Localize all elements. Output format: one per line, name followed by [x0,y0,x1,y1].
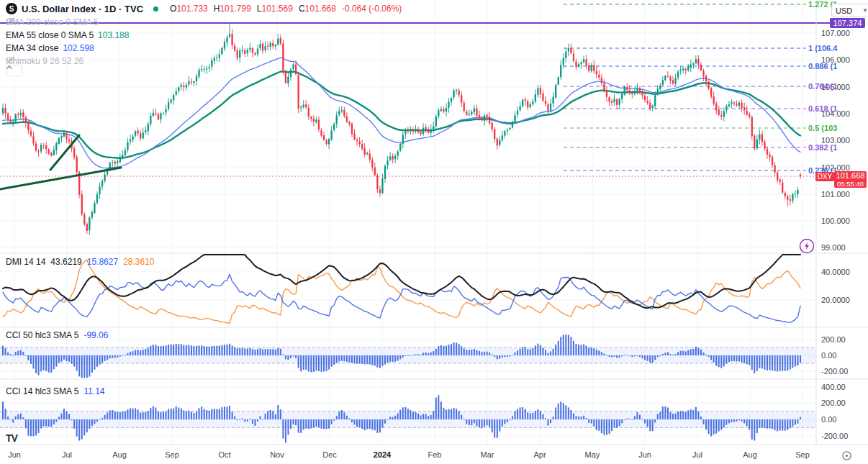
axis-tick-label: 200.00 [821,335,846,344]
axis-tick-label: 101.000 [821,190,850,199]
time-tick-label: Aug [743,450,757,459]
indicator-row-1[interactable]: EMA 200 close 0 SMA 5 [6,17,99,28]
indicator-label: EMA 55 close 0 SMA 5 [6,30,94,40]
symbol-legend[interactable]: S U.S. Dollar Index · 1D · TVC O101.733 … [6,3,402,14]
time-tick-label: Nov [270,450,284,459]
chart-canvas[interactable] [0,0,868,464]
axis-tick-label: 100.000 [821,217,850,225]
cci14-value: 11.14 [83,386,104,396]
symbol-tag-badge: DXY [815,172,834,181]
cci14-title: CCI 14 hlc3 SMA 5 [6,386,78,396]
cci50-value: -99.06 [83,330,108,340]
time-tick-label: Jul [692,450,702,459]
eye-off-icon[interactable] [6,55,16,64]
fib-level-label: 0.618 (1 [808,104,837,113]
indicator-label: EMA 34 close [6,43,58,53]
dmi-adx-value: 43.6219 [50,257,81,267]
chevron-down-icon: ▼ [862,7,868,14]
lightning-icon [799,238,815,254]
axis-tick-label: -200.00 [821,367,848,376]
open-value: 101.733 [176,4,207,14]
low-value: 101.569 [262,4,293,14]
gear-icon [841,450,852,461]
axis-tick-label: 40.0000 [821,268,850,276]
time-tick-label: Apr [533,450,546,459]
indicator-value: 103.188 [98,30,129,40]
fib-level-label: 0.5 (103 [808,124,837,132]
dmi-plusdi-value: 15.8627 [87,257,118,267]
fib-level-label: 0.886 (1 [808,62,837,70]
symbol-logo-icon: S [6,3,17,14]
trading-chart-window: S U.S. Dollar Index · 1D · TVC O101.733 … [0,0,868,464]
close-value: 101.668 [305,4,336,14]
time-tick-label: May [585,450,600,459]
time-tick-label: Feb [428,450,442,459]
countdown-timer: 05:55:40 [837,180,864,188]
grid [0,0,816,445]
level-price-badge: 107.374 [830,18,865,28]
eye-off-icon[interactable] [6,17,16,25]
time-tick-label: Mar [481,450,494,459]
last-price-value: 101.668 [836,172,865,180]
high-value: 101.799 [220,4,250,14]
axis-tick-label: 200.00 [821,399,846,407]
cci50-title: CCI 50 hlc3 SMA 5 [6,330,78,340]
time-tick-label: Jul [62,450,72,459]
indicator-row-3[interactable]: EMA 34 close102.598 [6,42,94,54]
axis-tick-label: 20.0000 [821,296,850,304]
cci14-legend[interactable]: CCI 14 hlc3 SMA 5 11.14 [6,386,105,396]
time-tick-label: Jun [8,450,21,459]
fib-level-label: 1 (106.4 [808,44,837,53]
axis-tick-label: 400.00 [821,383,846,391]
pane-separators[interactable] [0,0,868,445]
dmi-minusdi-value: 28.3610 [123,257,154,267]
legend-collapse-button[interactable] [6,65,22,76]
change-value: -0.064 (-0.06%) [342,4,402,14]
currency-selector[interactable]: USD ▼ [831,4,868,17]
dmi-legend[interactable]: DMI 14 14 43.6219 15.8627 28.3610 [6,257,155,267]
axis-tick-label: 0.00 [821,415,836,424]
time-tick-label: Sep [165,450,179,459]
chevron-up-icon [6,65,12,69]
fib-level-label: 0.764 (1 [808,82,837,91]
last-price-badge: 101.668 05:55:40 [834,171,867,188]
dmi-title: DMI 14 14 [6,257,45,267]
time-tick-label: Sep [795,450,810,459]
ema55-line [3,72,800,158]
cci50-legend[interactable]: CCI 50 hlc3 SMA 5 -99.06 [6,330,108,340]
axis-tick-label: 99.000 [821,243,846,252]
time-tick-label: Aug [112,450,127,459]
axis-tick-label: 107.000 [821,29,850,37]
time-tick-label: 2024 [374,450,391,459]
time-tick-label: Dec [322,450,337,459]
indicator-value: 102.598 [63,43,94,53]
axis-tick-label: 0.00 [821,351,836,360]
axis-tick-label: -200.00 [821,432,848,440]
symbol-title[interactable]: U.S. Dollar Index · 1D · TVC [22,4,143,14]
market-status-dot [153,6,158,12]
indicator-row-2[interactable]: EMA 55 close 0 SMA 5103.188 [6,29,129,41]
fib-level-label: 0.382 (1 [808,143,837,152]
indicator-label: EMA 200 close 0 SMA 5 [6,17,99,27]
ohlc-readout: O101.733 H101.799 L101.569 C101.668 -0.0… [170,4,402,14]
time-tick-label: Oct [218,450,230,459]
tradingview-logo[interactable]: TV [6,432,17,444]
currency-label: USD [836,6,852,15]
time-tick-label: Jun [638,450,651,459]
